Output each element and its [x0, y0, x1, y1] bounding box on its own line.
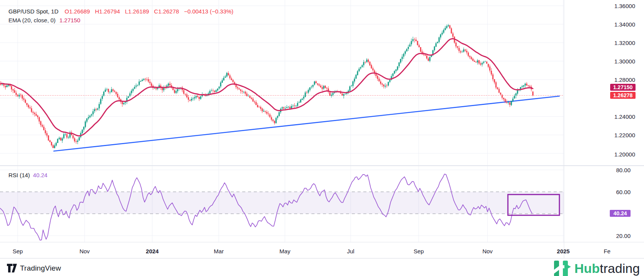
- rsi-axis-label: 20.00: [616, 233, 631, 239]
- time-axis-label: Fe: [604, 248, 611, 254]
- time-axis-label: Jul: [347, 248, 354, 254]
- ohlc-change: −0.00413 (−0.33%): [184, 8, 233, 15]
- ema-legend-row[interactable]: EMA (20, close, 0)1.27150: [8, 17, 80, 23]
- tradingview-attribution[interactable]: TradingView: [7, 264, 61, 273]
- rsi-axis-label: 80.00: [616, 167, 631, 173]
- ema-price-badge: 1.27150: [610, 84, 636, 91]
- symbol-legend-row[interactable]: GBP/USD Spot, 1DO1.26689H1.26794L1.26189…: [8, 8, 238, 15]
- time-axis-label: Nov: [483, 248, 493, 254]
- rsi-legend-row[interactable]: RSI (14)40.24: [8, 172, 47, 178]
- time-axis-label: Nov: [80, 248, 90, 254]
- tradingview-label: TradingView: [20, 264, 61, 273]
- ohlc-open: O1.26689: [65, 8, 90, 15]
- rsi-axis-label: 60.00: [616, 189, 631, 195]
- brand-hub: Hub: [574, 261, 600, 276]
- brand-trading: trading: [600, 261, 640, 276]
- time-axis-label: Sep: [13, 248, 23, 254]
- symbol-title: GBP/USD Spot, 1D: [8, 8, 58, 15]
- candle-wicks-down: [1, 25, 533, 148]
- candles-down: [0, 25, 534, 148]
- time-axis-label: 2025: [557, 248, 569, 254]
- hubtrading-icon: [554, 261, 571, 276]
- price-axis-label: 1.30000: [614, 58, 635, 65]
- price-axis-label: 1.24000: [614, 113, 635, 120]
- price-axis-label: 1.34000: [614, 21, 635, 28]
- hubtrading-logo: Hubtrading: [554, 261, 640, 276]
- ohlc-close: C1.26278: [154, 8, 179, 15]
- candles-up: [2, 25, 526, 148]
- price-axis-label: 1.28000: [614, 76, 635, 83]
- ohlc-low: L1.26189: [125, 8, 149, 15]
- time-axis-label: May: [280, 248, 290, 254]
- chart-canvas[interactable]: [0, 0, 644, 276]
- price-axis-label: 1.22000: [614, 132, 635, 138]
- rsi-label: RSI (14): [8, 172, 30, 178]
- time-axis-label: Mar: [214, 248, 224, 254]
- rsi-value: 40.24: [33, 172, 48, 178]
- last-price-badge: 1.26278: [610, 92, 636, 99]
- price-axis-label: 1.20000: [614, 151, 635, 158]
- trendline-drawing[interactable]: [54, 96, 559, 151]
- ema-line[interactable]: [1, 39, 533, 136]
- ema-value: 1.27150: [60, 17, 80, 23]
- time-axis-label: 2024: [146, 248, 158, 254]
- ohlc-high: H1.26794: [95, 8, 120, 15]
- price-axis-label: 1.32000: [614, 40, 635, 46]
- rsi-band: [0, 192, 564, 214]
- price-axis-label: 1.36000: [614, 3, 635, 9]
- tradingview-icon: [7, 264, 17, 273]
- ema-label: EMA (20, close, 0): [8, 17, 56, 23]
- rsi-value-badge: 40.24: [610, 210, 631, 217]
- time-axis-label: Sep: [414, 248, 424, 254]
- tradingview-chart-page: { "legend": { "symbol": "GBP/USD Spot, 1…: [0, 0, 644, 276]
